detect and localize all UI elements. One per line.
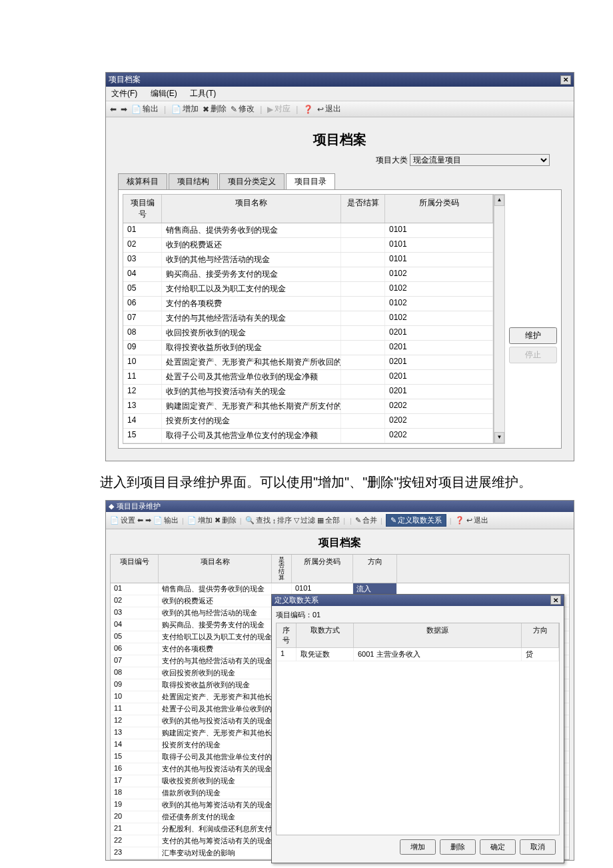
table-row[interactable]: 01销售商品、提供劳务收到的现金0101 — [123, 223, 493, 238]
delete-button[interactable]: ✖删除 — [203, 103, 227, 115]
tab-structure[interactable]: 项目结构 — [169, 173, 218, 189]
scroll-up-icon[interactable]: ▲ — [494, 195, 504, 206]
exit-button-2[interactable]: ↩退出 — [466, 515, 488, 525]
cell-name: 吸收投资所收到的现金 — [159, 775, 272, 787]
cell-code: 0102 — [385, 311, 493, 325]
side-buttons: 维护 停止 — [505, 194, 557, 444]
cell-name: 购买商品、接受劳务支付的现金 — [159, 619, 272, 631]
cell-name: 取得投资收益所收到的现金 — [162, 341, 341, 355]
table-row[interactable]: 09取得投资收益所收到的现金0201 — [123, 341, 493, 355]
cell-name: 收到的税费返还 — [159, 595, 272, 607]
menu-file[interactable]: 文件(F) — [111, 89, 137, 98]
define-relation-button[interactable]: ✎定义取数关系 — [386, 514, 446, 527]
dialog-row[interactable]: 1取凭证数6001 主营业务收入贷 — [277, 648, 559, 661]
cell-id: 02 — [123, 238, 162, 252]
tab-catalog[interactable]: 项目目录 — [286, 173, 335, 190]
dialog-buttons: 增加 删除 确定 取消 — [276, 835, 560, 859]
cell-id: 08 — [123, 326, 162, 340]
cell-name: 支付的与其他经营活动有关的现金 — [159, 655, 272, 667]
cell-id: 04 — [111, 619, 159, 631]
dialog-body: 项目编码：01 序号 取数方式 数据源 方向 1取凭证数6001 主营业务收入贷… — [272, 606, 564, 863]
cell-name: 收到的其他与筹资活动有关的现金 — [159, 799, 272, 811]
sort-button[interactable]: ↕排序 — [273, 515, 293, 525]
cell-id: 06 — [123, 297, 162, 311]
category-select[interactable]: 现金流量项目 — [410, 154, 550, 166]
menubar: 文件(F) 编辑(E) 工具(T) — [106, 87, 574, 101]
cell-name: 收到的税费返还 — [162, 238, 341, 252]
table-row[interactable]: 11处置子公司及其他营业单位收到的现金净额0201 — [123, 370, 493, 385]
cell-id: 05 — [111, 631, 159, 643]
cell-id: 06 — [111, 643, 159, 655]
setup-button[interactable]: 📄设置 — [110, 515, 135, 525]
titlebar: 项目档案 ✕ — [106, 73, 574, 87]
dcell-dir: 贷 — [522, 648, 559, 661]
table-row[interactable]: 07支付的与其他经营活动有关的现金0102 — [123, 311, 493, 326]
output-button[interactable]: 📄输出 — [131, 103, 159, 115]
cell-name: 支付的各项税费 — [162, 297, 341, 311]
cell-id: 09 — [123, 341, 162, 355]
close-icon[interactable]: ✕ — [560, 75, 571, 85]
all-button[interactable]: ▦全部 — [317, 515, 340, 525]
menu-tool[interactable]: 工具(T) — [190, 89, 216, 98]
scrollbar[interactable]: ▲ ▼ — [494, 194, 505, 444]
dialog-close-icon[interactable]: ✕ — [550, 595, 561, 605]
table-row[interactable]: 06支付的各项税费0102 — [123, 297, 493, 311]
dialog-delete-button[interactable]: 删除 — [440, 839, 476, 855]
col-id: 项目编号 — [123, 195, 162, 223]
scroll-down-icon[interactable]: ▼ — [494, 432, 504, 443]
toolbar-2: 📄设置 ⬅ ➡ 📄输出 | 📄增加 ✖删除 | 🔍查找 ↕排序 ▽过滤 ▦全部 … — [106, 512, 574, 529]
cell-name: 购建固定资产、无形资产和其他长期资产所支付的现 — [162, 399, 341, 413]
table-row[interactable]: 13购建固定资产、无形资产和其他长期资产所支付的现0202 — [123, 399, 493, 414]
cell-settle — [341, 385, 385, 399]
cell-name: 偿还债务所支付的现金 — [159, 811, 272, 823]
cell-settle — [272, 583, 292, 595]
dialog-blank-area — [277, 661, 559, 835]
modify-button[interactable]: ✎修改 — [231, 103, 255, 115]
table-row[interactable]: 04购买商品、接受劳务支付的现金0102 — [123, 267, 493, 282]
nav-next-2[interactable]: ➡ — [145, 516, 151, 525]
cell-id: 08 — [111, 667, 159, 679]
help-icon-2[interactable]: ❓ — [455, 516, 464, 525]
nav-prev-button[interactable]: ⬅ — [110, 105, 117, 114]
menu-edit[interactable]: 编辑(E) — [151, 89, 177, 98]
add-button[interactable]: 📄增加 — [171, 103, 199, 115]
exit-button[interactable]: ↩退出 — [317, 103, 341, 115]
delete-button-2[interactable]: ✖删除 — [215, 515, 237, 525]
cell-id: 14 — [123, 414, 162, 428]
nav-prev-2[interactable]: ⬅ — [137, 516, 143, 525]
dcol-no: 序号 — [277, 623, 297, 647]
cell-id: 15 — [111, 751, 159, 763]
dialog-add-button[interactable]: 增加 — [400, 839, 436, 855]
filter-button[interactable]: ▽过滤 — [294, 515, 315, 525]
table-row[interactable]: 14投资所支付的现金0202 — [123, 414, 493, 429]
table-row[interactable]: 03收到的其他与经营活动的现金0101 — [123, 253, 493, 267]
tab-panel: 项目编号 项目名称 是否结算 所属分类码 01销售商品、提供劳务收到的现金010… — [118, 189, 562, 449]
nav-next-button[interactable]: ➡ — [121, 105, 127, 114]
dialog-ok-button[interactable]: 确定 — [480, 839, 516, 855]
cell-name: 支付的其他与投资活动有关的现金 — [159, 763, 272, 775]
dialog-cancel-button[interactable]: 取消 — [520, 839, 556, 855]
cell-code: 0102 — [385, 267, 493, 281]
tab-account[interactable]: 核算科目 — [118, 173, 167, 189]
window-title-2: 项目目录维护 — [117, 501, 161, 511]
table-row[interactable]: 02收到的税费返还0101 — [123, 238, 493, 253]
table-row[interactable]: 08收回投资所收到的现金0201 — [123, 326, 493, 341]
cell-name: 处置固定资产、无形资产和其他长期资产所 — [159, 691, 272, 703]
heading-2: 项目档案 — [106, 529, 574, 554]
cell-name: 收到的其他与投资活动有关的现金 — [159, 715, 272, 727]
table-row[interactable]: 05支付给职工以及为职工支付的现金0102 — [123, 282, 493, 297]
help-icon[interactable]: ❓ — [303, 105, 313, 114]
tab-classdef[interactable]: 项目分类定义 — [219, 173, 285, 189]
table-row[interactable]: 10处置固定资产、无形资产和其他长期资产所收回的现0201 — [123, 355, 493, 370]
output-button-2[interactable]: 📄输出 — [153, 515, 179, 525]
table-row[interactable]: 15取得子公司及其他营业单位支付的现金净额0202 — [123, 429, 493, 443]
add-button-2[interactable]: 📄增加 — [187, 515, 213, 525]
table-row[interactable]: 12收到的其他与投资活动有关的现金0201 — [123, 385, 493, 399]
find-button[interactable]: 🔍查找 — [245, 515, 271, 525]
cell-id: 21 — [111, 823, 159, 835]
cell-settle — [341, 282, 385, 296]
narrative-text: 进入到项目目录维护界面。可以使用"增加"、"删除"按钮对项目进展维护。 — [73, 472, 540, 492]
cell-name: 支付给职工以及为职工支付的现金 — [162, 282, 341, 296]
merge-button[interactable]: ✎合并 — [355, 515, 377, 525]
maintain-button[interactable]: 维护 — [509, 327, 557, 344]
